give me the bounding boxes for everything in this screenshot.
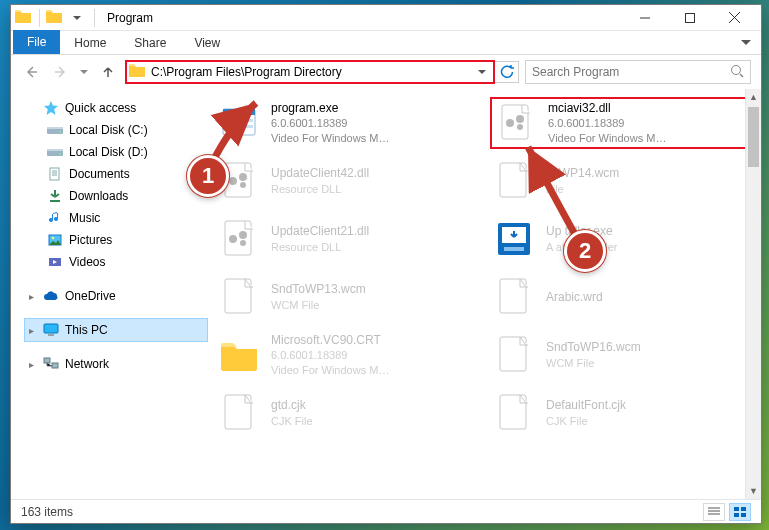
scroll-thumb[interactable] [748,107,759,167]
drive-icon [47,144,63,160]
address-dropdown[interactable] [473,62,491,82]
svg-rect-3 [47,127,63,129]
file-detail: Video For Windows M… [548,131,666,146]
file-name: ToWP14.wcm [546,165,619,181]
vertical-scrollbar[interactable]: ▲ ▼ [745,89,761,499]
file-item[interactable]: Arabic.wrd [490,271,757,323]
sidebar-item-videos[interactable]: Videos [25,251,207,273]
scroll-up-button[interactable]: ▲ [746,89,761,105]
file-type-icon [217,101,261,145]
maximize-button[interactable] [667,6,712,30]
file-name: SndToWP13.wcm [271,281,366,297]
file-detail: CJK File [271,414,313,429]
file-type-icon [492,333,536,377]
sidebar-item-label: Network [65,357,109,371]
svg-rect-36 [504,247,524,251]
address-bar[interactable] [125,60,495,84]
forward-button[interactable] [49,61,71,83]
tab-share[interactable]: Share [120,32,180,54]
svg-rect-42 [734,507,739,511]
ribbon-expand[interactable] [731,32,761,54]
file-item[interactable]: Up taller.exeA ates installer [490,213,757,265]
minimize-button[interactable] [622,6,667,30]
sidebar-item-label: OneDrive [65,289,116,303]
file-item[interactable]: ToWP14.wcmFile [490,155,757,207]
svg-rect-12 [44,324,58,333]
sidebar-item-label: Pictures [69,233,112,247]
window-controls [622,6,757,30]
star-icon [43,100,59,116]
search-box[interactable] [525,60,751,84]
sidebar-network[interactable]: ▸Network [25,353,207,375]
file-item[interactable]: DefaultFont.cjkCJK File [490,387,757,439]
tab-view[interactable]: View [180,32,234,54]
this-pc-icon [43,322,59,338]
folder-icon [46,9,64,27]
status-bar: 163 items [11,499,761,523]
file-item[interactable]: SndToWP16.wcmWCM File [490,329,757,381]
sidebar-item-downloads[interactable]: Downloads [25,185,207,207]
drive-icon [47,122,63,138]
folder-icon [15,9,33,27]
file-type-icon [217,275,261,319]
tiles-view-button[interactable] [729,503,751,521]
details-view-button[interactable] [703,503,725,521]
file-name: Arabic.wrd [546,289,603,305]
svg-point-23 [516,115,524,123]
svg-rect-19 [239,119,253,122]
file-meta: gtd.cjkCJK File [271,397,313,428]
tab-home[interactable]: Home [60,32,120,54]
sidebar-item-documents[interactable]: Documents [25,163,207,185]
sidebar-item-music[interactable]: Music [25,207,207,229]
titlebar: Program [11,5,761,31]
file-item[interactable]: program.exe6.0.6001.18389Video For Windo… [215,97,482,149]
file-detail: 6.0.6001.18389 [271,348,389,363]
sidebar-item-drive-d[interactable]: Local Disk (D:) [25,141,207,163]
file-detail: Resource DLL [271,240,369,255]
window-title: Program [107,11,153,25]
file-meta: SndToWP16.wcmWCM File [546,339,641,370]
file-item[interactable]: UpdateClient21.dllResource DLL [215,213,482,265]
file-type-icon [494,101,538,145]
tab-file[interactable]: File [13,30,60,54]
svg-point-1 [732,65,741,74]
qat-dropdown[interactable] [68,9,86,27]
file-name: SndToWP16.wcm [546,339,641,355]
sidebar-onedrive[interactable]: ▸OneDrive [25,285,207,307]
navigation-pane: Quick access Local Disk (C:) Local Disk … [11,89,207,499]
onedrive-icon [43,288,59,304]
sidebar-item-drive-c[interactable]: Local Disk (C:) [25,119,207,141]
address-input[interactable] [151,65,473,79]
file-item[interactable]: mciavi32.dll6.0.6001.18389Video For Wind… [490,97,757,149]
back-button[interactable] [21,61,43,83]
file-item[interactable]: UpdateClient42.dllResource DLL [215,155,482,207]
content-area: Quick access Local Disk (C:) Local Disk … [11,89,761,499]
network-icon [43,356,59,372]
close-button[interactable] [712,6,757,30]
file-item[interactable]: Microsoft.VC90.CRT6.0.6001.18389Video Fo… [215,329,482,381]
recent-dropdown[interactable] [77,61,91,83]
svg-rect-8 [50,168,59,180]
svg-rect-20 [239,125,253,128]
file-meta: UpdateClient42.dllResource DLL [271,165,369,196]
scroll-down-button[interactable]: ▼ [746,483,761,499]
callout-marker-2: 2 [564,230,606,272]
file-name: mciavi32.dll [548,100,666,116]
file-item[interactable]: SndToWP13.wcmWCM File [215,271,482,323]
sidebar-item-pictures[interactable]: Pictures [25,229,207,251]
svg-point-27 [239,173,247,181]
sidebar-this-pc[interactable]: ▸This PC [25,319,207,341]
refresh-button[interactable] [495,61,519,83]
up-button[interactable] [97,61,119,83]
divider [39,9,40,27]
file-detail: WCM File [271,298,366,313]
file-type-icon [492,159,536,203]
svg-rect-6 [47,149,63,151]
search-input[interactable] [532,65,730,79]
sidebar-item-label: Music [69,211,100,225]
folder-icon [129,63,147,81]
file-item[interactable]: gtd.cjkCJK File [215,387,482,439]
videos-icon [47,254,63,270]
sidebar-quick-access[interactable]: Quick access [25,97,207,119]
file-meta: DefaultFont.cjkCJK File [546,397,626,428]
